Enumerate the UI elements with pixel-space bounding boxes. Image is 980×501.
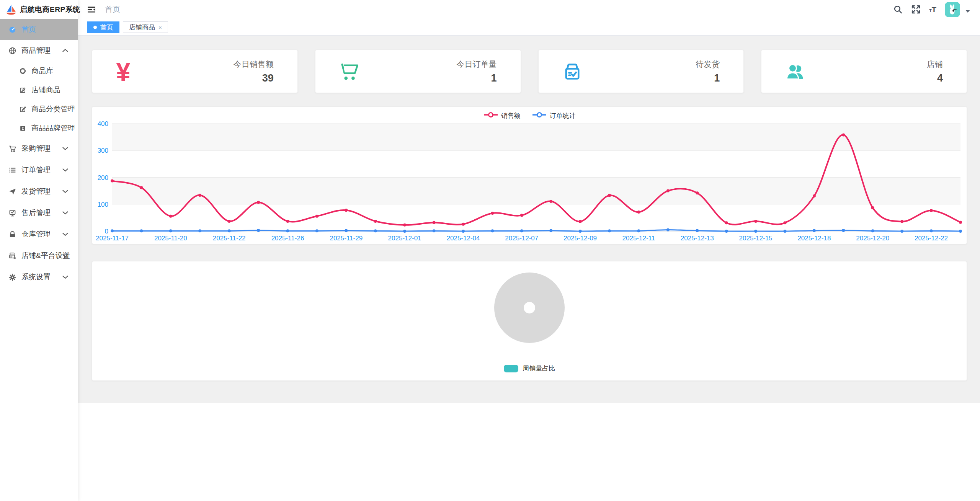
sales-line-chart-panel: 销售额订单统计 01002003004002025-11-172025-11-2… (92, 106, 967, 244)
pie-chart-legend: 周销量占比 (92, 364, 967, 373)
tab-active[interactable]: 首页 (87, 21, 119, 33)
svg-text:2025-12-18: 2025-12-18 (797, 235, 831, 242)
chevron-up-icon (61, 47, 69, 55)
sales-line-chart: 01002003004002025-11-172025-11-202025-11… (92, 107, 967, 244)
sidebar-item-label: 发货管理 (21, 186, 51, 196)
svg-text:2025-12-01: 2025-12-01 (388, 235, 421, 242)
stat-card-label: 待发货 (696, 59, 720, 70)
svg-text:400: 400 (98, 120, 108, 127)
sidebar-item-label: 售后管理 (21, 208, 51, 218)
stat-card-label: 店铺 (927, 59, 943, 70)
line-chart-legend: 销售额订单统计 (92, 111, 967, 120)
tab-bar: 首页店铺商品× (78, 19, 980, 36)
svg-text:200: 200 (98, 174, 108, 181)
svg-text:2025-12-09: 2025-12-09 (564, 235, 597, 242)
legend-line-marker-icon (532, 112, 547, 120)
sidebar-item[interactable]: 首页 (0, 19, 78, 40)
legend-item[interactable]: 订单统计 (532, 111, 576, 120)
legend-item[interactable]: 周销量占比 (504, 364, 555, 373)
sidebar-item-label: 采购管理 (21, 144, 51, 153)
chevron-down-icon (61, 273, 69, 281)
dashboard-icon (8, 26, 16, 34)
chevron-down-icon (61, 188, 69, 196)
tab-inactive[interactable]: 店铺商品× (123, 21, 168, 33)
stat-card-value: 4 (927, 72, 943, 84)
chevron-down-icon (61, 252, 69, 260)
users-icon (785, 62, 805, 82)
sidebar-item-label: 仓库管理 (21, 229, 51, 239)
fullscreen-icon[interactable] (911, 5, 921, 14)
sidebar-subitem[interactable]: 店铺商品 (0, 80, 78, 100)
legend-swatch-icon (504, 365, 518, 372)
breadcrumb[interactable]: 首页 (105, 4, 120, 15)
stat-card: 待发货1 (538, 50, 744, 93)
erp-dashboard: 启航电商ERP系统 首页商品管理商品库店铺商品商品分类管理商品品牌管理采购管理订… (0, 0, 980, 501)
sidebar-item-label: 商品管理 (21, 46, 51, 55)
sidebar-item[interactable]: 仓库管理 (0, 224, 78, 245)
edit-icon (19, 86, 26, 94)
svg-text:2025-12-07: 2025-12-07 (505, 235, 538, 242)
sidebar-item[interactable]: 订单管理 (0, 159, 78, 181)
sidebar-item[interactable]: 商品管理 (0, 40, 78, 61)
header-actions: тT (893, 2, 980, 17)
svg-text:2025-11-20: 2025-11-20 (154, 235, 187, 242)
search-icon[interactable] (893, 5, 903, 14)
stat-card: 今日订单量1 (315, 50, 521, 93)
svg-text:2025-11-26: 2025-11-26 (271, 235, 304, 242)
sidebar-item[interactable]: 售后管理 (0, 202, 78, 224)
stat-card-value: 1 (696, 72, 720, 84)
collapse-menu-icon[interactable] (87, 5, 96, 14)
svg-text:2025-12-11: 2025-12-11 (622, 235, 655, 242)
legend-label: 订单统计 (550, 111, 576, 120)
font-size-icon[interactable]: тT (929, 6, 936, 13)
sidebar-subitem[interactable]: 商品品牌管理 (0, 119, 78, 138)
sidebar-subitem-label: 店铺商品 (31, 85, 60, 95)
svg-text:2025-11-17: 2025-11-17 (96, 235, 129, 242)
sidebar-subitem[interactable]: 商品库 (0, 61, 78, 80)
sailboat-logo-icon (5, 4, 17, 15)
svg-text:2025-11-29: 2025-11-29 (330, 235, 363, 242)
sidebar-item-label: 首页 (21, 24, 36, 34)
stat-card: 店铺4 (761, 50, 967, 93)
legend-item[interactable]: 销售额 (483, 111, 521, 120)
chevron-down-icon (61, 209, 69, 217)
weekly-sales-pie-panel: 周销量占比 (92, 261, 967, 381)
gear-icon (8, 273, 16, 281)
brand-icon (19, 125, 26, 132)
aftersale-icon (8, 209, 16, 217)
svg-text:2025-12-22: 2025-12-22 (915, 235, 948, 242)
legend-label: 周销量占比 (523, 364, 555, 373)
sidebar-item[interactable]: 店铺&平台设置 (0, 245, 78, 266)
send-icon (8, 188, 16, 196)
svg-text:0: 0 (105, 228, 108, 235)
sidebar-subitem-label: 商品分类管理 (31, 104, 75, 114)
chevron-down-icon (61, 145, 69, 153)
sidebar-item[interactable]: 系统设置 (0, 266, 78, 288)
lock-icon (8, 230, 16, 238)
stat-card: ¥今日销售额39 (92, 50, 298, 93)
cart-fill-icon (339, 62, 359, 82)
sidebar-menu: 首页商品管理商品库店铺商品商品分类管理商品品牌管理采购管理订单管理发货管理售后管… (0, 19, 78, 288)
box-check-icon (562, 62, 582, 82)
stat-cards-row: ¥今日销售额39今日订单量1待发货1店铺4 (92, 50, 967, 93)
sidebar-item[interactable]: 采购管理 (0, 138, 78, 159)
avatar[interactable] (945, 2, 960, 17)
sidebar-subitem-label: 商品库 (31, 66, 53, 76)
svg-text:2025-12-15: 2025-12-15 (739, 235, 773, 242)
yen-icon: ¥ (116, 59, 131, 85)
svg-text:100: 100 (98, 201, 108, 208)
sidebar-item[interactable]: 发货管理 (0, 181, 78, 202)
svg-text:2025-12-04: 2025-12-04 (447, 235, 480, 242)
sidebar: 启航电商ERP系统 首页商品管理商品库店铺商品商品分类管理商品品牌管理采购管理订… (0, 0, 78, 501)
stat-card-label: 今日销售额 (234, 59, 274, 70)
legend-line-marker-icon (483, 112, 498, 120)
sidebar-subitem[interactable]: 商品分类管理 (0, 100, 78, 119)
sidebar-item-label: 系统设置 (21, 272, 51, 282)
svg-text:2025-12-13: 2025-12-13 (681, 235, 714, 242)
logo[interactable]: 启航电商ERP系统 (0, 0, 78, 19)
tab-label: 首页 (100, 23, 113, 32)
tab-label: 店铺商品 (129, 23, 155, 32)
tab-close-icon[interactable]: × (158, 24, 162, 30)
caret-down-icon[interactable] (965, 10, 970, 13)
chevron-down-icon (61, 230, 69, 238)
